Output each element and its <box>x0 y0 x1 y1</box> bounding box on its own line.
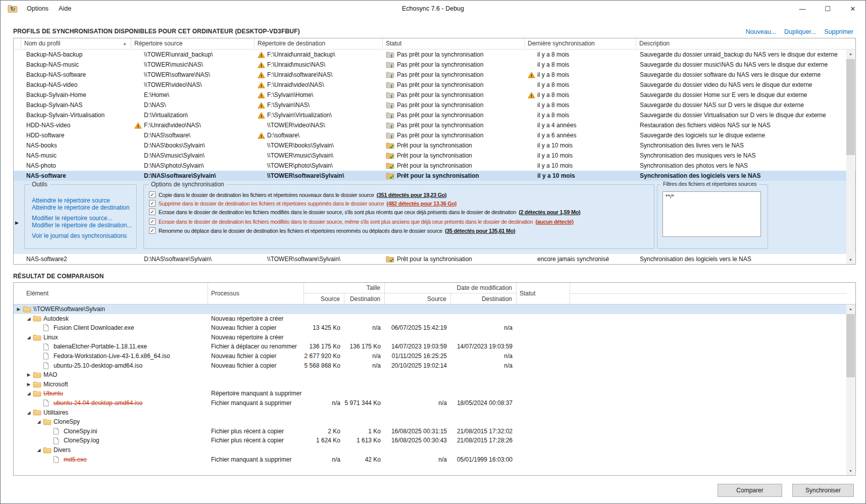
tree-expander-icon[interactable]: ◢ <box>35 445 43 455</box>
profile-row[interactable]: Backup-Sylvain-NASD:\NAS\!F:\Sylvain\NAS… <box>14 100 855 110</box>
comparison-row[interactable]: ◢UbuntuRépertoire manquant à supprimer <box>14 389 855 398</box>
comparison-row[interactable]: ◢CloneSpy <box>14 417 855 427</box>
profile-row[interactable]: Backup-Sylvain-HomeE:\Home\!F:\Sylvain\H… <box>14 90 855 100</box>
comparison-row[interactable]: ▶\\TOWER\software\Sylvain <box>14 305 855 314</box>
comparison-row[interactable]: CloneSpy.iniFichier plus récent à copier… <box>14 427 855 436</box>
panel-expander-icon[interactable]: ▶ <box>15 220 19 225</box>
source-path: D:\NAS\music\Sylvain\ <box>144 150 205 161</box>
profile-row[interactable]: NAS-photoD:\NAS\photo\Sylvain\\\TOWER\ph… <box>14 161 855 171</box>
scroll-up-icon[interactable]: ▲ <box>846 49 855 58</box>
comparison-row[interactable]: CloneSpy.logFichier plus récent à copier… <box>14 436 855 445</box>
header-date-source[interactable]: Source <box>385 293 451 304</box>
new-profile-link[interactable]: Nouveau... <box>746 28 776 35</box>
comparison-row[interactable]: balenaEtcher-Portable-1.18.11.exeFichier… <box>14 342 855 351</box>
tree-expander-icon[interactable]: ▶ <box>25 370 33 380</box>
view-sync-log-link[interactable]: Voir le journal des synchronisations <box>32 232 127 239</box>
profiles-scrollbar-thumb[interactable] <box>846 59 855 155</box>
comparison-row[interactable]: ◢LinuxNouveau répertoire à créer <box>14 333 855 342</box>
edit-destination-link[interactable]: Modifier le répertoire de destination... <box>32 222 132 229</box>
comparison-row[interactable]: ◢Divers <box>14 445 855 455</box>
tree-indent <box>14 346 35 347</box>
tree-expander-icon[interactable]: ◢ <box>25 333 33 342</box>
profile-row[interactable]: NAS-softwareD:\NAS\software\Sylvain\\\TO… <box>14 171 855 181</box>
profile-row[interactable]: Backup-NAS-music\\TOWER\music\NAS\!F:\Un… <box>14 60 855 70</box>
comparison-row[interactable]: ◢Utilitaires <box>14 408 855 418</box>
scroll-down-icon[interactable]: ▼ <box>846 256 855 264</box>
header-cmp-status[interactable]: Statut <box>517 283 570 304</box>
header-description[interactable]: Description <box>636 38 847 49</box>
compare-button[interactable]: Comparer <box>718 484 782 497</box>
header-status[interactable]: Statut <box>383 38 525 49</box>
comparison-row[interactable]: ▶Microsoft <box>14 380 855 389</box>
tree-expander-icon[interactable]: ▶ <box>15 305 23 314</box>
checkbox-checked-icon[interactable]: ✓ <box>149 209 156 215</box>
folder-icon <box>33 334 42 341</box>
comparison-row[interactable]: Fedora-Workstation-Live-43-1.6.x86_64.is… <box>14 351 855 361</box>
goto-source-link[interactable]: Atteindre le répertoire source <box>32 197 110 204</box>
header-date-destination[interactable]: Destination <box>451 293 517 304</box>
header-process[interactable]: Processus <box>208 283 304 304</box>
comparison-row[interactable]: ◢AutodeskNouveau répertoire à créer <box>14 314 855 324</box>
lastsync-label: il y a 8 mois <box>537 80 569 90</box>
profile-row[interactable]: HDD-NAS-video!F:\Unraid\video\NAS\\\TOWE… <box>14 120 855 130</box>
edit-source-link[interactable]: Modifier le répertoire source... <box>32 215 112 222</box>
header-source-directory[interactable]: Répertoire source <box>131 38 254 49</box>
element-cell: ◢CloneSpy <box>14 417 208 427</box>
profile-row[interactable]: Backup-NAS-backup\\TOWER\unraid_backup\!… <box>14 49 855 60</box>
size-source-cell: 13 425 Ko <box>304 323 344 333</box>
comparison-row[interactable]: md5.exeFichier manquant à supprimern/a42… <box>14 455 855 465</box>
header-date-group[interactable]: Date de modification <box>385 283 517 293</box>
option-delete-removed: ✓ Supprime dans le dossier de destinatio… <box>149 200 456 207</box>
detected-count-link[interactable]: (2 détectés pour 1,59 Mo) <box>519 209 580 215</box>
delete-profile-link[interactable]: Supprimer <box>824 28 853 35</box>
size-source-cell <box>304 389 344 398</box>
goto-destination-link[interactable]: Atteindre le répertoire de destination <box>32 204 129 211</box>
checkbox-checked-icon[interactable]: ✓ <box>149 218 156 225</box>
header-last-sync[interactable]: Dernière synchronisation <box>525 38 636 49</box>
scroll-down-icon[interactable]: ▼ <box>846 467 855 475</box>
detected-count-link[interactable]: (351 détectés pour 19,23 Go) <box>377 192 447 198</box>
detected-count-link[interactable]: (482 détectés pour 13,36 Go) <box>387 200 457 207</box>
filters-input[interactable]: **/* <box>663 191 761 237</box>
header-size-destination[interactable]: Destination <box>344 293 385 304</box>
profile-destination-cell: \\TOWER\software\Sylvain\ <box>254 254 383 264</box>
detected-count-link[interactable]: (aucun détecté) <box>535 219 573 225</box>
tree-expander-icon[interactable]: ▶ <box>25 380 33 389</box>
tree-expander-icon[interactable]: ◢ <box>35 417 43 427</box>
profile-row[interactable]: Backup-NAS-software\\TOWER\software\NAS\… <box>14 70 855 80</box>
header-destination-directory[interactable]: Répertoire de destination <box>254 38 383 49</box>
profile-row[interactable]: NAS-booksD:\NAS\books\Sylvain\\\TOWER\bo… <box>14 140 855 150</box>
profile-row[interactable]: NAS-musicD:\NAS\music\Sylvain\\\TOWER\mu… <box>14 150 855 161</box>
checkbox-checked-icon[interactable]: ✓ <box>149 191 156 198</box>
profile-row[interactable]: HDD-softwareD:\NAS\software\!D:\software… <box>14 130 855 140</box>
scroll-up-icon[interactable]: ▲ <box>846 305 855 313</box>
profile-row[interactable]: Backup-NAS-video\\TOWER\video\NAS\!F:\Un… <box>14 80 855 90</box>
detected-count-link[interactable]: (35 détectés pour 135,61 Mo) <box>445 228 515 234</box>
comparison-row[interactable]: ubuntu-25.10-desktop-amd64.isoNouveau fi… <box>14 361 855 371</box>
comparison-row[interactable]: ubuntu-24.04-desktop-amd64.isoFichier ma… <box>14 398 855 408</box>
checkbox-checked-icon[interactable]: ✓ <box>149 227 156 234</box>
header-size-source[interactable]: Source <box>304 293 344 304</box>
synchronize-button[interactable]: Synchroniser <box>792 484 854 497</box>
checkbox-checked-icon[interactable]: ✓ <box>149 200 156 207</box>
comparison-scrollbar-thumb[interactable] <box>846 314 855 377</box>
tree-expander-icon[interactable]: ◢ <box>25 314 33 324</box>
date-source-cell: 06/07/2025 15:42:19 <box>385 323 451 333</box>
tree-expander-icon[interactable]: ◢ <box>25 389 33 398</box>
profile-row[interactable]: NAS-software2D:\NAS\software\Sylvain\\\T… <box>14 254 855 264</box>
comparison-scrollbar[interactable]: ▲ ▼ <box>846 305 855 475</box>
profile-row[interactable]: Backup-Sylvain-VirtualisationD:\Virtuali… <box>14 110 855 120</box>
minimize-button[interactable]: — <box>790 1 815 17</box>
comparison-row[interactable]: ▶MAO <box>14 370 855 380</box>
menu-aide[interactable]: Aide <box>54 1 76 17</box>
close-button[interactable]: ✕ <box>840 1 865 17</box>
header-profile-name[interactable]: Nom du profil▲ <box>21 38 131 49</box>
header-element[interactable]: Elément <box>14 283 208 304</box>
tree-expander-icon[interactable]: ◢ <box>25 408 33 418</box>
menu-options[interactable]: Options <box>22 1 54 17</box>
comparison-row[interactable]: Fusion Client Downloader.exeNouveau fich… <box>14 323 855 333</box>
maximize-button[interactable]: ☐ <box>815 1 840 17</box>
duplicate-profile-link[interactable]: Dupliquer... <box>784 28 816 35</box>
profiles-scrollbar[interactable]: ▲ ▼ <box>846 49 855 264</box>
header-size-group[interactable]: Taille <box>304 283 385 293</box>
